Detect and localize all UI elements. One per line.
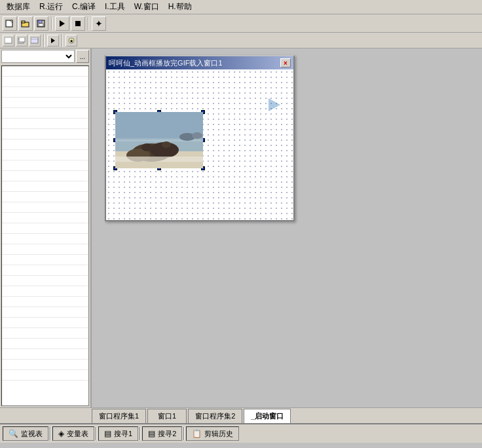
inner-window: 呵呵仙_动画框播放完GIF载入窗口1 × [105, 55, 295, 221]
ellipsis-icon: ... [80, 53, 85, 60]
svg-rect-9 [19, 37, 25, 42]
sidebar-line-21 [2, 276, 88, 286]
variables-label: 变量表 [67, 429, 88, 439]
menu-help[interactable]: H.帮助 [164, 0, 196, 14]
search2-label: 搜寻2 [158, 429, 176, 439]
sidebar-line-3 [2, 87, 88, 98]
status-sep4 [183, 427, 185, 440]
sidebar-line-24 [2, 307, 88, 318]
inner-window-close-btn[interactable]: × [280, 58, 291, 67]
sidebar-line-11 [2, 171, 88, 181]
toolbar2-play-btn[interactable] [47, 35, 59, 47]
sidebar-line-5 [2, 108, 88, 119]
sidebar-scroll-area[interactable] [1, 65, 89, 406]
main-area: ... [0, 48, 482, 407]
tab-window-1[interactable]: 窗口1 [147, 409, 187, 423]
menu-run[interactable]: R.运行 [35, 0, 67, 14]
svg-marker-14 [269, 98, 280, 111]
sidebar-line-4 [2, 98, 88, 108]
svg-rect-23 [115, 157, 203, 162]
toolbar-open-btn[interactable] [18, 16, 33, 31]
clipboard-icon: 📋 [192, 429, 202, 438]
status-variables[interactable]: ◈ 变量表 [52, 426, 94, 441]
sidebar-line-19 [2, 255, 88, 265]
toolbar2-btn1[interactable] [3, 35, 14, 47]
sidebar-line-18 [2, 244, 88, 255]
menubar: 数据库 R.运行 C.编译 I.工具 W.窗口 H.帮助 [0, 0, 482, 14]
sidebar-line-29 [2, 360, 88, 370]
svg-text:★: ★ [69, 39, 73, 43]
sidebar-line-26 [2, 328, 88, 339]
play-arrow-icon [265, 96, 283, 118]
canvas-area: 呵呵仙_动画框播放完GIF载入窗口1 × [92, 48, 482, 407]
toolbar-sep1 [51, 17, 52, 30]
status-sep2 [96, 427, 97, 440]
svg-rect-7 [5, 37, 12, 43]
search1-icon: ▤ [104, 429, 111, 438]
image-container [115, 112, 203, 168]
toolbar-new-btn[interactable] [3, 16, 17, 31]
sidebar-line-13 [2, 192, 88, 202]
clipboard-label: 剪辑历史 [204, 429, 233, 439]
toolbar2-btn5[interactable]: ★ [65, 35, 77, 47]
tab-window-program-1[interactable]: 窗口程序集1 [92, 409, 146, 423]
sidebar-line-17 [2, 234, 88, 244]
svg-rect-6 [39, 24, 43, 26]
inner-window-titlebar: 呵呵仙_动画框播放完GIF载入窗口1 × [106, 56, 293, 69]
toolbar2: ★ [0, 33, 482, 48]
monitor-label: 监视表 [21, 429, 43, 439]
toolbar-save-btn[interactable] [34, 16, 48, 31]
svg-point-22 [162, 141, 171, 148]
statusbar: 🔍 监视表 ◈ 变量表 ▤ 搜寻1 ▤ 搜寻2 📋 剪辑历史 [0, 423, 482, 443]
sidebar-line-30 [2, 370, 88, 381]
toolbar-stop-btn[interactable] [71, 16, 85, 31]
status-clipboard[interactable]: 📋 剪辑历史 [186, 426, 239, 441]
sidebar-line-22 [2, 286, 88, 297]
sidebar-top: ... [0, 48, 90, 64]
sidebar-more-btn[interactable]: ... [76, 50, 89, 63]
sidebar-line-10 [2, 160, 88, 171]
svg-point-21 [141, 143, 152, 151]
status-monitor[interactable]: 🔍 监视表 [3, 426, 48, 441]
svg-point-26 [192, 132, 202, 139]
sidebar-line-8 [2, 140, 88, 150]
sidebar-line-25 [2, 318, 88, 328]
star-icon: ✦ [95, 18, 103, 29]
toolbar-play-btn[interactable] [55, 16, 69, 31]
menu-window[interactable]: W.窗口 [130, 0, 163, 14]
sidebar-line-27 [2, 339, 88, 349]
sidebar-line-9 [2, 150, 88, 160]
sidebar-dropdown[interactable] [1, 50, 75, 63]
gif-image [115, 112, 203, 168]
toolbar-star-btn[interactable]: ✦ [92, 16, 106, 31]
menu-database[interactable]: 数据库 [3, 0, 34, 14]
menu-tools[interactable]: I.工具 [101, 0, 129, 14]
svg-rect-5 [39, 20, 42, 23]
inner-window-title: 呵呵仙_动画框播放完GIF载入窗口1 [109, 58, 223, 68]
toolbar-sep2 [88, 17, 89, 30]
svg-rect-3 [22, 21, 25, 23]
status-search1[interactable]: ▤ 搜寻1 [98, 426, 138, 441]
menu-compile[interactable]: C.编译 [68, 0, 100, 14]
monitor-icon: 🔍 [9, 429, 18, 438]
sidebar-line-14 [2, 202, 88, 213]
search1-label: 搜寻1 [114, 429, 132, 439]
tab-startup-window[interactable]: _启动窗口 [244, 409, 291, 423]
status-search2[interactable]: ▤ 搜寻2 [142, 426, 182, 441]
tab-window-program-2[interactable]: 窗口程序集2 [188, 409, 242, 423]
search2-icon: ▤ [148, 429, 155, 438]
toolbar2-btn3[interactable] [29, 35, 41, 47]
sidebar-line-23 [2, 297, 88, 307]
toolbar2-btn2[interactable] [16, 35, 28, 47]
sidebar-line-2 [2, 77, 88, 87]
sidebar-line-15 [2, 213, 88, 223]
tabs-bar: 窗口程序集1 窗口1 窗口程序集2 _启动窗口 [0, 407, 482, 423]
sidebar-line-20 [2, 265, 88, 276]
toolbar1: ✦ [0, 14, 482, 33]
status-sep3 [139, 427, 141, 440]
sidebar-line-6 [2, 119, 88, 129]
status-sep1 [50, 427, 51, 440]
svg-rect-10 [31, 37, 38, 43]
toolbar2-sep1 [43, 34, 45, 47]
sidebar-line-28 [2, 349, 88, 360]
